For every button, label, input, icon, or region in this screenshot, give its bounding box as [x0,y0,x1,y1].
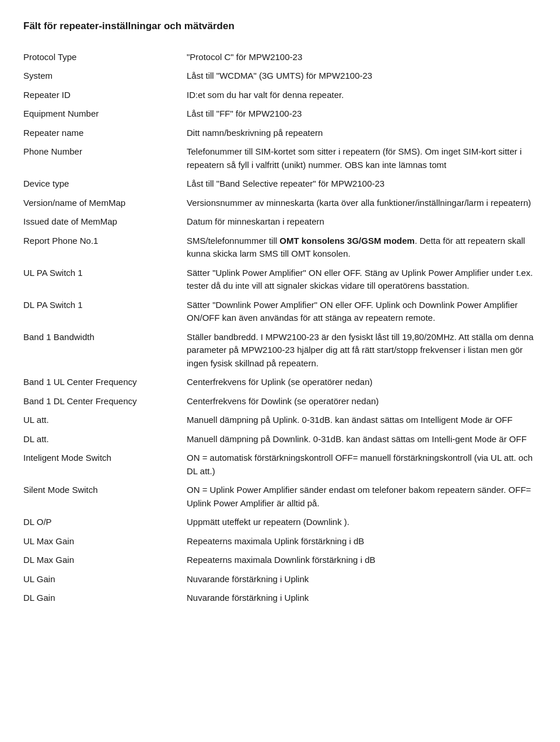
field-value: Centerfrekvens för Dowlink (se operatöre… [187,392,537,411]
table-row: DL GainNuvarande förstärkning i Uplink [23,589,537,608]
field-value: Datum för minneskartan i repeatern [187,212,537,232]
table-row: Device typeLåst till "Band Selective rep… [23,174,537,194]
field-label: Silent Mode Switch [23,481,187,513]
field-label: UL Gain [23,570,187,589]
field-label: Band 1 DL Center Frequency [23,392,187,411]
field-value: ID:et som du har valt för denna repeater… [187,86,537,105]
table-row: Repeater IDID:et som du har valt för den… [23,86,537,105]
table-row: DL Max GainRepeaterns maximala Downlink … [23,551,537,570]
table-row: Band 1 DL Center FrequencyCenterfrekvens… [23,392,537,411]
field-label: Version/name of MemMap [23,194,187,213]
field-value: Uppmätt uteffekt ur repeatern (Downlink … [187,513,537,532]
table-row: UL Max GainRepeaterns maximala Uplink fö… [23,532,537,551]
field-label: DL O/P [23,513,187,532]
table-row: Equipment NumberLåst till "FF" för MPW21… [23,104,537,124]
field-value: ON = Uplink Power Amplifier sänder endas… [187,481,537,513]
field-label: UL PA Switch 1 [23,264,187,296]
table-row: Band 1 BandwidthStäller bandbredd. I MPW… [23,328,537,373]
field-label: DL Max Gain [23,551,187,570]
field-value: Manuell dämpning på Uplink. 0-31dB. kan … [187,411,537,430]
field-value: Ditt namn/beskrivning på repeatern [187,124,537,143]
field-value: Nuvarande förstärkning i Uplink [187,570,537,589]
field-table: Protocol Type"Protocol C" för MPW2100-23… [23,48,537,608]
field-label: Device type [23,174,187,194]
table-row: Phone NumberTelefonummer till SIM-kortet… [23,142,537,174]
field-value: Sätter "Downlink Power Amplifier" ON ell… [187,296,537,328]
table-row: DL PA Switch 1Sätter "Downlink Power Amp… [23,296,537,328]
table-row: Repeater nameDitt namn/beskrivning på re… [23,124,537,143]
field-label: Repeater ID [23,86,187,105]
table-row: UL att.Manuell dämpning på Uplink. 0-31d… [23,411,537,430]
table-row: Version/name of MemMapVersionsnummer av … [23,194,537,213]
field-label: Band 1 UL Center Frequency [23,373,187,392]
table-row: DL O/PUppmätt uteffekt ur repeatern (Dow… [23,513,537,532]
table-row: UL GainNuvarande förstärkning i Uplink [23,570,537,589]
field-value: Nuvarande förstärkning i Uplink [187,589,537,608]
field-value: SMS/telefonnummer till OMT konsolens 3G/… [187,232,537,264]
field-value: Låst till "FF" för MPW2100-23 [187,104,537,124]
field-label: DL Gain [23,589,187,608]
field-value: Ställer bandbredd. I MPW2100-23 är den f… [187,328,537,373]
table-row: Band 1 UL Center FrequencyCenterfrekvens… [23,373,537,392]
field-label: Report Phone No.1 [23,232,187,264]
table-row: DL att.Manuell dämpning på Downlink. 0-3… [23,430,537,449]
field-label: UL Max Gain [23,532,187,551]
field-value: Centerfrekvens för Uplink (se operatörer… [187,373,537,392]
field-label: Issued date of MemMap [23,212,187,232]
page-title: Fält för repeater-inställningar och mätv… [23,19,537,34]
field-value: Repeaterns maximala Uplink förstärkning … [187,532,537,551]
field-value: Telefonummer till SIM-kortet som sitter … [187,142,537,174]
field-label: Band 1 Bandwidth [23,328,187,373]
table-row: Issued date of MemMapDatum för minneskar… [23,212,537,232]
field-value: ON = automatisk förstärkningskontroll OF… [187,449,537,481]
field-label: Phone Number [23,142,187,174]
field-value: Sätter "Uplink Power Amplifier" ON eller… [187,264,537,296]
table-row: Report Phone No.1SMS/telefonnummer till … [23,232,537,264]
field-label: Protocol Type [23,48,187,67]
field-label: System [23,66,187,86]
field-value: Låst till "Band Selective repeater" för … [187,174,537,194]
field-label: DL PA Switch 1 [23,296,187,328]
field-label: DL att. [23,430,187,449]
field-value: Manuell dämpning på Downlink. 0-31dB. ka… [187,430,537,449]
table-row: UL PA Switch 1Sätter "Uplink Power Ampli… [23,264,537,296]
field-label: Inteligent Mode Switch [23,449,187,481]
table-row: Silent Mode SwitchON = Uplink Power Ampl… [23,481,537,513]
page-container: Fält för repeater-inställningar och mätv… [23,19,537,608]
table-row: SystemLåst till "WCDMA" (3G UMTS) för MP… [23,66,537,86]
table-row: Protocol Type"Protocol C" för MPW2100-23 [23,48,537,67]
field-label: UL att. [23,411,187,430]
field-value: "Protocol C" för MPW2100-23 [187,48,537,67]
field-value: Låst till "WCDMA" (3G UMTS) för MPW2100-… [187,66,537,86]
field-label: Equipment Number [23,104,187,124]
table-row: Inteligent Mode SwitchON = automatisk fö… [23,449,537,481]
field-value: Repeaterns maximala Downlink förstärknin… [187,551,537,570]
field-value: Versionsnummer av minneskarta (karta öve… [187,194,537,213]
field-label: Repeater name [23,124,187,143]
